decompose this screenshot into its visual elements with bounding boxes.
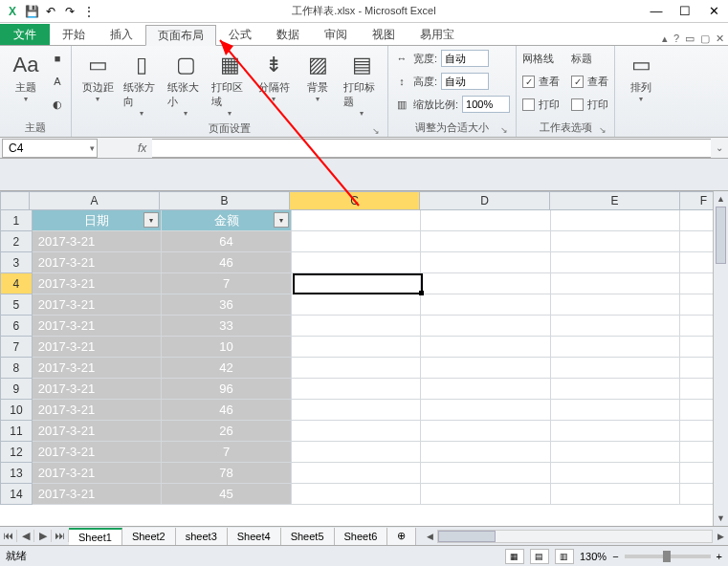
cell[interactable] bbox=[292, 379, 421, 400]
cell[interactable] bbox=[292, 400, 421, 421]
row-header[interactable]: 12 bbox=[0, 442, 33, 463]
qat-more-icon[interactable]: ⋮ bbox=[80, 3, 98, 20]
cell[interactable] bbox=[551, 379, 680, 400]
cell[interactable] bbox=[292, 231, 421, 252]
cell[interactable]: 26 bbox=[162, 421, 291, 442]
page-setup-button[interactable]: ▭页边距▾ bbox=[77, 48, 118, 105]
new-sheet-button[interactable]: ⊕ bbox=[387, 528, 416, 545]
headings-print-row[interactable]: 打印 bbox=[571, 94, 608, 115]
cell[interactable] bbox=[421, 273, 550, 294]
cell[interactable] bbox=[551, 294, 680, 316]
cell[interactable] bbox=[551, 421, 680, 442]
ribbon-tab[interactable]: 视图 bbox=[360, 24, 408, 45]
cell[interactable] bbox=[551, 273, 680, 294]
zoom-slider[interactable] bbox=[625, 555, 711, 558]
cell[interactable]: 2017-3-21 bbox=[33, 358, 162, 379]
cell[interactable] bbox=[421, 294, 550, 316]
row-header[interactable]: 10 bbox=[0, 400, 33, 421]
cell[interactable] bbox=[421, 231, 550, 252]
cell[interactable] bbox=[421, 210, 550, 231]
cell[interactable]: 33 bbox=[162, 316, 291, 337]
cell[interactable] bbox=[551, 358, 680, 379]
cell[interactable] bbox=[292, 316, 421, 337]
headings-view-row[interactable]: ✓查看 bbox=[571, 71, 608, 92]
gridlines-view-checkbox[interactable]: ✓ bbox=[522, 76, 535, 88]
redo-icon[interactable]: ↷ bbox=[61, 3, 78, 20]
ribbon-tab[interactable]: 审阅 bbox=[312, 24, 360, 45]
zoom-slider-thumb[interactable] bbox=[663, 551, 671, 562]
themes-button[interactable]: Aa 主题 ▾ bbox=[6, 48, 46, 105]
headings-print-checkbox[interactable] bbox=[571, 98, 584, 111]
hsb-left-icon[interactable]: ◀ bbox=[422, 532, 437, 541]
vsb-up-icon[interactable]: ▲ bbox=[714, 191, 728, 207]
cell[interactable]: 2017-3-21 bbox=[33, 421, 162, 442]
cell[interactable]: 2017-3-21 bbox=[33, 484, 162, 505]
ribbon-tab[interactable]: 插入 bbox=[98, 24, 145, 45]
headings-view-checkbox[interactable]: ✓ bbox=[571, 76, 584, 88]
sheet-tab[interactable]: Sheet1 bbox=[69, 528, 122, 545]
minimize-button[interactable]: — bbox=[642, 0, 671, 23]
horizontal-scrollbar[interactable]: ◀ ▶ bbox=[422, 530, 728, 543]
workbook-max-icon[interactable]: ▢ bbox=[700, 33, 710, 45]
cell[interactable] bbox=[551, 442, 680, 463]
filter-button[interactable]: ▾ bbox=[143, 212, 159, 228]
cell[interactable] bbox=[292, 294, 421, 316]
row-header[interactable]: 8 bbox=[0, 358, 33, 379]
cell[interactable] bbox=[292, 210, 421, 231]
cell[interactable]: 2017-3-21 bbox=[33, 294, 162, 316]
column-header[interactable]: E bbox=[550, 191, 680, 210]
ribbon-tab[interactable]: 数据 bbox=[264, 24, 312, 45]
cell[interactable]: 7 bbox=[162, 273, 291, 294]
column-header[interactable]: D bbox=[420, 191, 550, 210]
close-button[interactable]: ✕ bbox=[699, 0, 728, 23]
row-header[interactable]: 3 bbox=[0, 252, 33, 273]
gridlines-print-checkbox[interactable] bbox=[522, 98, 535, 111]
cell[interactable]: 36 bbox=[162, 294, 291, 316]
cell[interactable] bbox=[292, 484, 421, 505]
cell[interactable]: 46 bbox=[162, 400, 291, 421]
theme-fonts-icon[interactable]: A bbox=[50, 74, 65, 89]
save-icon[interactable]: 💾 bbox=[23, 3, 40, 20]
page-setup-button[interactable]: ⇟分隔符▾ bbox=[254, 48, 294, 105]
sheet-tab[interactable]: Sheet2 bbox=[122, 528, 176, 545]
cell[interactable] bbox=[421, 400, 550, 421]
hsb-thumb[interactable] bbox=[438, 531, 496, 542]
cell[interactable] bbox=[421, 463, 550, 484]
row-header[interactable]: 5 bbox=[0, 294, 33, 316]
cell[interactable]: 2017-3-21 bbox=[33, 442, 162, 463]
ribbon-tab[interactable]: 开始 bbox=[50, 24, 98, 45]
view-normal-button[interactable]: ▦ bbox=[505, 549, 524, 564]
select-all-corner[interactable] bbox=[0, 191, 30, 210]
ribbon-tab[interactable]: 易用宝 bbox=[408, 24, 467, 45]
cell[interactable]: 46 bbox=[162, 252, 291, 273]
gridlines-view-row[interactable]: ✓查看 bbox=[522, 71, 560, 92]
cell[interactable] bbox=[551, 252, 680, 273]
cell[interactable]: 金额▾ bbox=[162, 210, 291, 231]
cell[interactable]: 2017-3-21 bbox=[33, 273, 162, 294]
sheet-tab[interactable]: Sheet5 bbox=[281, 528, 335, 545]
page-setup-button[interactable]: ▨背景▾ bbox=[298, 48, 338, 105]
sheet-nav-next-icon[interactable]: ▶ bbox=[34, 530, 52, 542]
vsb-track[interactable] bbox=[714, 207, 728, 511]
cell[interactable] bbox=[551, 316, 680, 337]
workbook-close-icon[interactable]: ✕ bbox=[716, 33, 724, 45]
cell[interactable] bbox=[421, 484, 550, 505]
arrange-button[interactable]: ▭ 排列 ▾ bbox=[621, 48, 661, 105]
sheet-tab[interactable]: Sheet4 bbox=[228, 528, 281, 545]
formula-expand-icon[interactable]: ⌄ bbox=[711, 142, 728, 153]
cell[interactable]: 7 bbox=[162, 442, 291, 463]
row-header[interactable]: 4 bbox=[0, 273, 33, 294]
cell[interactable]: 64 bbox=[162, 231, 291, 252]
undo-icon[interactable]: ↶ bbox=[42, 3, 59, 20]
cell[interactable]: 2017-3-21 bbox=[33, 463, 162, 484]
view-pagebreak-button[interactable]: ▥ bbox=[555, 549, 574, 564]
hsb-track[interactable] bbox=[437, 530, 713, 543]
theme-colors-icon[interactable]: ■ bbox=[50, 51, 65, 66]
file-tab[interactable]: 文件 bbox=[0, 24, 50, 45]
formula-input[interactable] bbox=[152, 139, 711, 158]
filter-button[interactable]: ▾ bbox=[274, 212, 289, 228]
theme-effects-icon[interactable]: ◐ bbox=[50, 97, 65, 112]
cell[interactable] bbox=[551, 463, 680, 484]
cell[interactable]: 96 bbox=[162, 379, 291, 400]
scale-input[interactable] bbox=[462, 96, 510, 113]
